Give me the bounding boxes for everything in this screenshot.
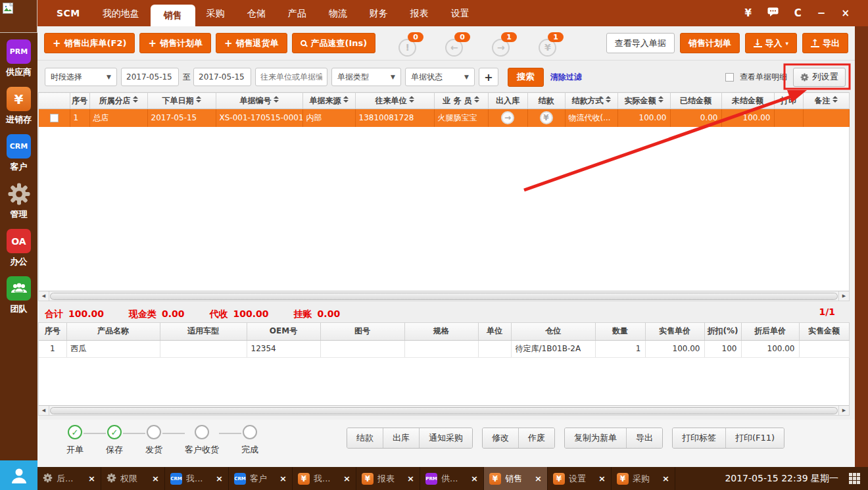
scroll-right-icon[interactable]: ▶	[838, 406, 849, 415]
export-button[interactable]: ↑ 导出	[802, 33, 848, 53]
tab-finance[interactable]: 财务	[358, 0, 399, 26]
taskbar-tab-purchase[interactable]: ¥ 采购 ×	[612, 467, 675, 490]
header-salesman[interactable]: 业 务 员	[434, 93, 488, 109]
refresh-icon[interactable]: C	[794, 0, 802, 26]
sidebar-item-crm[interactable]: CRM 客户	[7, 134, 31, 173]
sales-plan-button[interactable]: 销售计划单	[680, 33, 740, 53]
taskbar-tab-settings[interactable]: ¥ 设置 ×	[548, 467, 612, 490]
scrollbar-thumb[interactable]	[50, 407, 838, 414]
view-imported-docs-button[interactable]: 查看导入单据	[606, 33, 675, 53]
sidebar-item-admin[interactable]: 管理	[7, 182, 31, 220]
view-detail-checkbox[interactable]	[725, 73, 734, 82]
tab-scm[interactable]: SCM	[45, 0, 91, 26]
new-sales-plan-button[interactable]: + 销售计划单	[139, 33, 211, 53]
tab-warehouse[interactable]: 仓储	[236, 0, 277, 26]
scroll-right-icon[interactable]: ▶	[838, 291, 849, 301]
product-quick-search-button[interactable]: 产品速查(Ins)	[292, 33, 376, 53]
taskbar-tab-sales[interactable]: ¥ 销售 ×	[484, 467, 548, 490]
sidebar-item-oa[interactable]: OA 办公	[7, 229, 31, 268]
user-avatar[interactable]	[0, 460, 37, 490]
inbound-notification[interactable]: ← 0	[445, 39, 463, 57]
import-button[interactable]: ← ↓ 导入 ▾	[745, 33, 797, 53]
close-icon[interactable]: ×	[88, 474, 95, 483]
scroll-left-icon[interactable]: ◀	[39, 406, 49, 415]
item-row[interactable]: 1 西瓜 12354 待定库/1B01B-2A 1 100.00 100 100…	[39, 340, 849, 357]
to-label: 至	[183, 72, 191, 83]
tab-sales[interactable]: 销售	[151, 5, 195, 26]
notify-purchase-button[interactable]: 通知采购	[419, 428, 472, 448]
alert-notification[interactable]: ! 0	[398, 39, 416, 57]
taskbar-tab-inv-my[interactable]: ¥ 我... ×	[293, 467, 356, 490]
taskbar-tab-prm-supplier[interactable]: PRM 供... ×	[420, 467, 484, 490]
close-icon[interactable]: ×	[343, 474, 350, 483]
chat-icon[interactable]	[767, 7, 779, 19]
close-icon[interactable]: ×	[407, 474, 414, 483]
taskbar-tab-crm-customer[interactable]: CRM 客户 ×	[229, 467, 293, 490]
outbound-arrow-icon[interactable]: →	[501, 111, 514, 124]
taskbar-tab-reports[interactable]: ¥ 报表 ×	[356, 467, 420, 490]
settle-button[interactable]: 结款	[347, 428, 383, 448]
taskbar-tab-crm-my[interactable]: CRM 我... ×	[165, 467, 229, 490]
minimize-icon[interactable]: −	[817, 0, 826, 26]
close-icon[interactable]: ×	[471, 474, 478, 483]
search-button[interactable]: 搜索	[508, 68, 544, 87]
clear-filter-link[interactable]: 清除过滤	[550, 72, 582, 83]
sidebar-item-team[interactable]: 团队	[7, 276, 31, 315]
taskbar-tab-permissions[interactable]: 权限 ×	[101, 467, 165, 490]
header-doc-no[interactable]: 单据编号	[216, 93, 302, 109]
doc-status-select[interactable]: 单据状态 ▼	[405, 68, 475, 86]
tab-product[interactable]: 产品	[277, 0, 318, 26]
modify-button[interactable]: 修改	[483, 428, 518, 448]
close-icon[interactable]: ×	[662, 474, 669, 483]
sidebar-item-prm[interactable]: PRM 供应商	[6, 39, 32, 78]
tab-purchase[interactable]: 采购	[195, 0, 236, 26]
settle-yen-icon[interactable]: ¥	[540, 111, 553, 124]
copy-as-new-button[interactable]: 复制为新单	[565, 428, 626, 448]
close-icon[interactable]: ×	[279, 474, 287, 483]
header-actual-amount[interactable]: 实际金额	[617, 93, 670, 109]
outbound-notification[interactable]: → 1	[492, 39, 510, 57]
date-to-input[interactable]	[193, 68, 251, 86]
doc-type-select[interactable]: 单据类型 ▼	[331, 68, 401, 86]
sort-icon	[474, 96, 479, 103]
settlement-notification[interactable]: ¥ 1	[539, 39, 556, 57]
header-branch[interactable]: 所属分店	[89, 93, 147, 109]
scrollbar-thumb[interactable]	[50, 293, 838, 300]
tab-reports[interactable]: 报表	[399, 0, 440, 26]
orders-horizontal-scrollbar[interactable]: ◀ ▶	[39, 291, 849, 301]
date-from-input[interactable]	[121, 68, 179, 86]
row-checkbox[interactable]	[50, 114, 59, 122]
tab-settings[interactable]: 设置	[440, 0, 481, 26]
scroll-left-icon[interactable]: ◀	[39, 291, 49, 301]
close-icon[interactable]: ×	[598, 474, 606, 483]
header-counterparty[interactable]: 往来单位	[355, 93, 434, 109]
header-settle-method[interactable]: 结款方式	[565, 93, 617, 109]
taskbar-tab-backend[interactable]: 后... ×	[37, 467, 101, 490]
print-label-button[interactable]: 打印标签	[673, 428, 725, 448]
void-button[interactable]: 作废	[518, 428, 554, 448]
close-icon[interactable]: ×	[535, 474, 542, 483]
order-row[interactable]: 1 总店 2017-05-15 XS-001-170515-0001 内部 13…	[39, 109, 849, 127]
close-icon[interactable]: ×	[841, 0, 850, 26]
header-source[interactable]: 单据来源	[302, 93, 355, 109]
app-grid-icon[interactable]	[849, 473, 860, 484]
close-icon[interactable]: ×	[152, 474, 159, 483]
period-select[interactable]: 时段选择 ▼	[45, 68, 117, 86]
cell-product-name[interactable]: 西瓜	[66, 340, 160, 357]
sidebar-item-inventory[interactable]: ¥ 进销存	[6, 87, 32, 126]
new-sales-return-button[interactable]: + 销售退货单	[216, 33, 287, 53]
header-order-date[interactable]: 下单日期	[147, 93, 216, 109]
add-filter-button[interactable]: +	[479, 68, 498, 86]
tab-my-area[interactable]: 我的地盘	[91, 0, 151, 26]
column-settings-button[interactable]: 列设置	[793, 68, 846, 87]
tab-logistics[interactable]: 物流	[318, 0, 358, 26]
print-button[interactable]: 打印(F11)	[725, 428, 784, 448]
outbound-button[interactable]: 出库	[383, 428, 419, 448]
close-icon[interactable]: ×	[216, 474, 223, 483]
header-remark[interactable]: 备注	[803, 93, 849, 109]
items-horizontal-scrollbar[interactable]: ◀ ▶	[39, 405, 849, 415]
keyword-input[interactable]	[255, 68, 327, 86]
yen-icon[interactable]: ¥	[744, 0, 751, 26]
export-button[interactable]: 导出	[626, 428, 662, 448]
new-sales-outbound-button[interactable]: + 销售出库单(F2)	[44, 33, 135, 53]
